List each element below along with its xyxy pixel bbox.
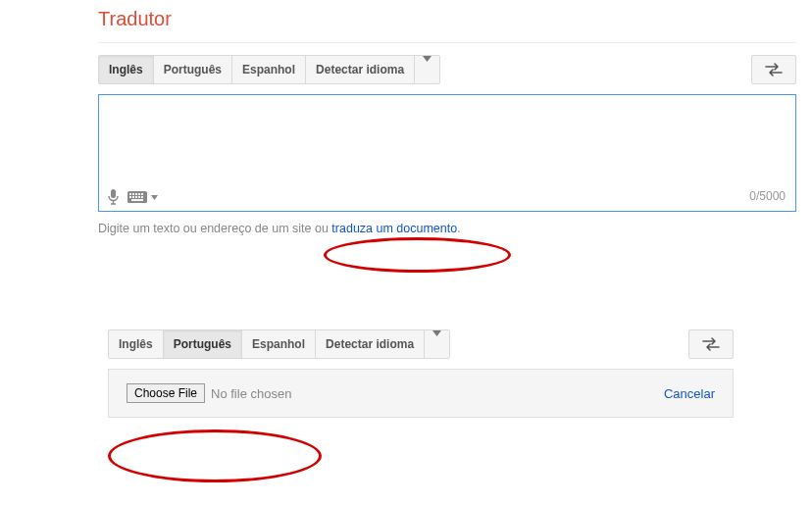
document-panel: Inglês Português Espanhol Detectar idiom… — [108, 329, 734, 418]
tab2-lang-dropdown[interactable] — [425, 330, 449, 358]
chevron-down-icon — [423, 56, 431, 62]
keyboard-icon[interactable] — [127, 191, 158, 203]
source-textarea[interactable] — [99, 95, 795, 211]
tab-lang-0[interactable]: Inglês — [99, 56, 154, 83]
editor-tools — [107, 189, 158, 205]
hint-text: Digite um texto ou endereço de um site o… — [98, 222, 796, 235]
cancel-link[interactable]: Cancelar — [664, 386, 715, 401]
tab2-lang-detect[interactable]: Detectar idioma — [316, 330, 425, 358]
swap-languages-button-2[interactable] — [688, 329, 734, 359]
svg-rect-5 — [132, 193, 134, 195]
tab2-lang-1[interactable]: Português — [164, 330, 242, 358]
choose-file-button[interactable]: Choose File — [127, 383, 205, 403]
char-count: 0/5000 — [749, 189, 786, 203]
swap-icon — [702, 337, 720, 351]
svg-rect-6 — [135, 193, 137, 195]
file-chooser: Choose File No file chosen — [127, 383, 291, 403]
source-editor: 0/5000 — [98, 94, 796, 212]
tab-lang-1[interactable]: Português — [154, 56, 232, 83]
svg-rect-0 — [111, 189, 116, 198]
svg-rect-12 — [138, 196, 140, 198]
no-file-label: No file chosen — [211, 386, 291, 401]
swap-icon — [765, 63, 783, 76]
lang-tabs-row-2: Inglês Português Espanhol Detectar idiom… — [108, 329, 734, 359]
lang-tab-group: Inglês Português Espanhol Detectar idiom… — [98, 55, 440, 84]
svg-rect-4 — [129, 193, 131, 195]
svg-rect-14 — [131, 199, 143, 201]
svg-rect-13 — [141, 196, 143, 198]
file-upload-row: Choose File No file chosen Cancelar — [108, 369, 734, 418]
divider — [98, 42, 796, 43]
swap-languages-button[interactable] — [751, 55, 796, 84]
svg-rect-7 — [138, 193, 140, 195]
translate-document-link[interactable]: traduza um documento — [331, 222, 457, 235]
svg-rect-10 — [132, 196, 134, 198]
lang-tab-group-2: Inglês Português Espanhol Detectar idiom… — [108, 329, 450, 359]
hint-suffix: . — [457, 222, 460, 235]
tab2-lang-0[interactable]: Inglês — [109, 330, 164, 358]
svg-rect-9 — [129, 196, 131, 198]
lang-tabs-row: Inglês Português Espanhol Detectar idiom… — [98, 55, 796, 84]
page-title: Tradutor — [0, 0, 812, 42]
hint-prefix: Digite um texto ou endereço de um site o… — [98, 222, 331, 235]
chevron-down-icon — [432, 330, 441, 336]
microphone-icon[interactable] — [107, 189, 120, 205]
annotation-circle-2 — [108, 429, 322, 482]
tab-lang-2[interactable]: Espanhol — [232, 56, 306, 83]
tab2-lang-2[interactable]: Espanhol — [242, 330, 316, 358]
svg-rect-11 — [135, 196, 137, 198]
svg-rect-8 — [141, 193, 143, 195]
tab-lang-dropdown[interactable] — [415, 56, 439, 83]
tab-lang-detect[interactable]: Detectar idioma — [306, 56, 415, 83]
source-panel: Inglês Português Espanhol Detectar idiom… — [98, 55, 796, 235]
